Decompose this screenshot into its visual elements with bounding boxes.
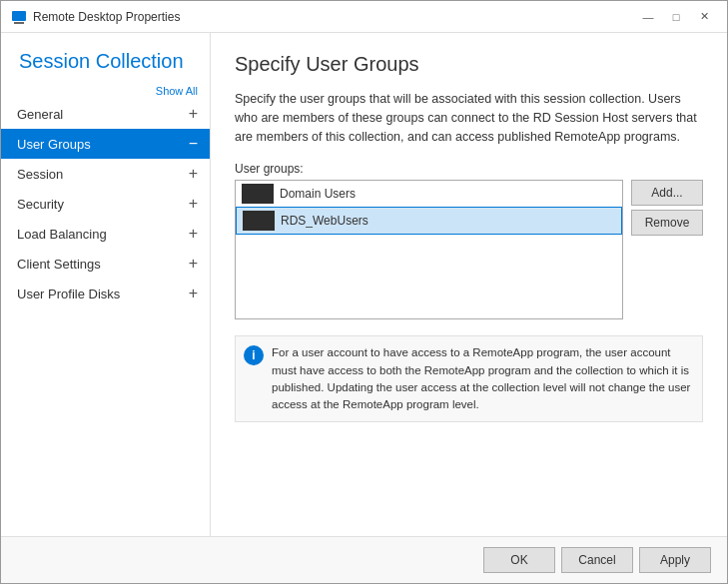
sidebar-item-label-user-profile-disks: User Profile Disks	[17, 287, 120, 301]
sidebar-item-label-user-groups: User Groups	[17, 137, 91, 152]
sidebar-header: Session Collection	[1, 33, 210, 81]
plus-icon-load-balancing: +	[189, 225, 198, 243]
plus-icon-security: +	[189, 195, 198, 213]
sidebar-item-label-session: Session	[17, 167, 63, 182]
user-groups-label: User groups:	[235, 162, 703, 176]
domain-users-icon	[242, 184, 274, 204]
content-area: Session Collection Show All General + Us…	[1, 33, 727, 536]
title-bar-controls: — □ ✕	[635, 7, 717, 27]
window-title: Remote Desktop Properties	[33, 10, 180, 24]
sidebar-item-user-profile-disks[interactable]: User Profile Disks +	[1, 279, 210, 308]
main-title: Specify User Groups	[235, 53, 703, 76]
domain-users-label: Domain Users	[280, 187, 356, 201]
svg-rect-1	[14, 22, 24, 24]
apply-button[interactable]: Apply	[639, 547, 711, 573]
remove-button[interactable]: Remove	[631, 210, 703, 236]
sidebar-item-client-settings[interactable]: Client Settings +	[1, 249, 210, 279]
show-all-link[interactable]: Show All	[1, 81, 210, 99]
cancel-button[interactable]: Cancel	[561, 547, 633, 573]
minus-icon-user-groups: −	[189, 135, 198, 153]
sidebar: Session Collection Show All General + Us…	[1, 33, 211, 536]
ok-button[interactable]: OK	[483, 547, 555, 573]
rds-webusers-icon	[243, 211, 275, 231]
minimize-button[interactable]: —	[635, 7, 661, 27]
description-text: Specify the user groups that will be ass…	[235, 90, 703, 146]
plus-icon-user-profile-disks: +	[189, 285, 198, 302]
plus-icon-general: +	[189, 105, 198, 123]
sidebar-item-label-security: Security	[17, 197, 64, 212]
user-groups-listbox[interactable]: Domain Users RDS_WebUsers	[235, 180, 623, 319]
sidebar-item-general[interactable]: General +	[1, 99, 210, 129]
sidebar-item-session[interactable]: Session +	[1, 159, 210, 189]
title-bar: Remote Desktop Properties — □ ✕	[1, 1, 727, 33]
sidebar-item-label-client-settings: Client Settings	[17, 257, 101, 272]
sidebar-item-load-balancing[interactable]: Load Balancing +	[1, 219, 210, 249]
svg-rect-0	[12, 11, 26, 21]
plus-icon-client-settings: +	[189, 255, 198, 273]
close-button[interactable]: ✕	[691, 7, 717, 27]
main-panel: Specify User Groups Specify the user gro…	[211, 33, 727, 536]
app-icon	[11, 9, 27, 25]
sidebar-item-label-load-balancing: Load Balancing	[17, 227, 107, 242]
sidebar-item-security[interactable]: Security +	[1, 189, 210, 219]
plus-icon-session: +	[189, 165, 198, 183]
add-button[interactable]: Add...	[631, 180, 703, 206]
list-buttons: Add... Remove	[631, 180, 703, 319]
list-item-domain-users[interactable]: Domain Users	[236, 181, 622, 207]
title-bar-left: Remote Desktop Properties	[11, 9, 180, 25]
list-area: Domain Users RDS_WebUsers Add... Remove	[235, 180, 703, 319]
footer: OK Cancel Apply	[1, 536, 727, 583]
info-text: For a user account to have access to a R…	[272, 344, 694, 413]
rds-webusers-label: RDS_WebUsers	[281, 214, 368, 228]
maximize-button[interactable]: □	[663, 7, 689, 27]
list-item-rds-webusers[interactable]: RDS_WebUsers	[236, 207, 622, 235]
info-box: i For a user account to have access to a…	[235, 335, 703, 422]
sidebar-item-user-groups[interactable]: User Groups −	[1, 129, 210, 159]
window: Remote Desktop Properties — □ ✕ Session …	[0, 0, 728, 584]
sidebar-title: Session Collection	[19, 49, 192, 73]
sidebar-item-label-general: General	[17, 107, 63, 122]
info-icon: i	[244, 345, 264, 365]
